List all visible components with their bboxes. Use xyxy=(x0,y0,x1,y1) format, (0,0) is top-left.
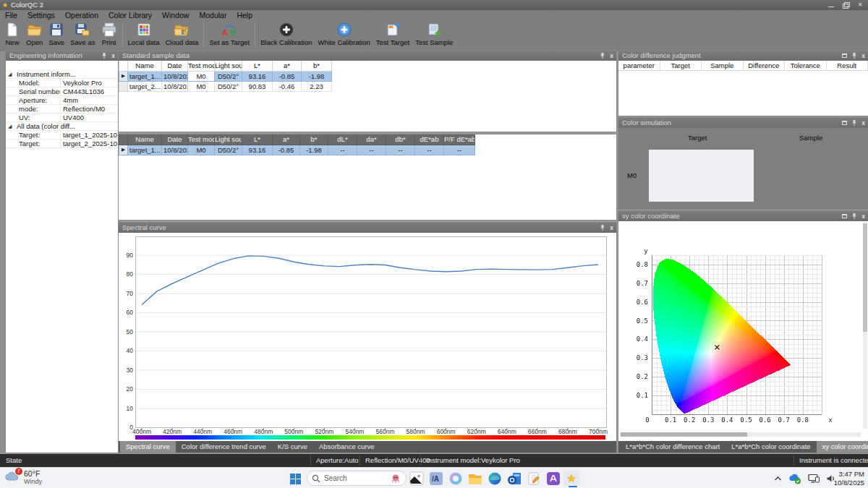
cell[interactable]: -0.46 xyxy=(273,81,302,91)
pin-icon[interactable] xyxy=(851,53,857,59)
white-calibration-button[interactable]: White Calibration xyxy=(315,21,373,50)
tree-row[interactable]: mode:Reflection/M0 xyxy=(6,105,118,114)
column-header[interactable]: Light sour... xyxy=(215,134,242,145)
panel-titlebar[interactable]: Standard sample data x xyxy=(119,51,616,61)
column-header[interactable]: dL* xyxy=(328,134,357,145)
pin-icon[interactable] xyxy=(851,120,857,127)
column-header[interactable]: Date xyxy=(162,61,188,71)
column-header[interactable]: Test mode xyxy=(188,134,215,145)
cell[interactable]: D50/2° xyxy=(215,71,242,81)
maximize-icon[interactable] xyxy=(842,214,847,218)
pin-icon[interactable] xyxy=(851,213,857,220)
tab-color-difference-trend-curve[interactable]: Color difference trend curve xyxy=(176,441,272,453)
file-explorer-icon[interactable] xyxy=(467,471,483,487)
cloud-data-button[interactable]: Cloud data xyxy=(162,21,201,50)
column-header[interactable]: Name xyxy=(128,61,162,71)
close-icon[interactable]: x xyxy=(610,52,613,59)
ai-app-icon[interactable]: /A xyxy=(428,471,444,487)
menu-item[interactable]: Color Library xyxy=(103,10,157,20)
judgment-column-header[interactable]: Target xyxy=(660,61,702,70)
panel-titlebar[interactable]: Engineering Information x xyxy=(6,51,118,61)
journal-icon[interactable] xyxy=(526,471,542,487)
expander-icon[interactable]: ◢ xyxy=(8,122,12,131)
column-header[interactable]: Light sour... xyxy=(215,61,242,71)
restore-icon[interactable] xyxy=(842,1,849,9)
menu-item[interactable]: Operation xyxy=(60,10,103,20)
column-header[interactable]: b* xyxy=(302,61,332,71)
panel-titlebar[interactable]: Spectral curve x xyxy=(119,223,616,233)
tree-group-header[interactable]: ◢Instrument inform... xyxy=(6,70,118,79)
search-input[interactable]: Search xyxy=(307,471,407,486)
pin-icon[interactable] xyxy=(600,225,605,231)
panel-titlebar[interactable]: xy color coordinate x xyxy=(618,211,868,221)
close-icon[interactable]: ✕ xyxy=(856,1,864,9)
tree-row[interactable]: Target:target_2_2025-10-08 xyxy=(6,140,118,148)
panel-titlebar[interactable]: Color difference judgment x xyxy=(618,51,868,61)
cell[interactable]: D50/2° xyxy=(215,81,242,91)
judgment-column-header[interactable]: Result xyxy=(827,61,868,70)
close-icon[interactable]: x xyxy=(861,119,865,127)
cell[interactable]: -- xyxy=(357,145,386,155)
pin-icon[interactable] xyxy=(101,53,107,59)
cell[interactable]: -- xyxy=(444,145,475,155)
cell[interactable]: target_2... xyxy=(128,81,162,91)
judgment-column-header[interactable]: Sample xyxy=(702,61,744,70)
colorqc-taskbar-icon[interactable]: ★ xyxy=(563,471,579,487)
save-as-button[interactable]: Save as xyxy=(67,21,98,50)
cell[interactable]: -- xyxy=(386,145,415,155)
vertical-scrollbar[interactable] xyxy=(863,222,867,429)
judgment-column-header[interactable]: Tolerance xyxy=(785,61,827,70)
close-icon[interactable]: x xyxy=(111,52,115,59)
column-header[interactable]: P/F dE*ab xyxy=(444,134,475,145)
test-target-button[interactable]: Test Target xyxy=(373,21,412,50)
cell[interactable]: 2.23 xyxy=(302,81,332,91)
tree-row[interactable]: Model:Veykolor Pro xyxy=(6,79,118,87)
tree-group-header[interactable]: ◢All data (color diff... xyxy=(6,122,118,131)
close-icon[interactable]: x xyxy=(610,224,613,231)
dev-app-icon[interactable] xyxy=(545,471,561,487)
menu-item[interactable]: Modular xyxy=(194,10,231,20)
column-header[interactable]: b* xyxy=(300,134,328,145)
tree-row[interactable]: Serial number:CM443L1036 xyxy=(6,87,118,96)
column-header[interactable]: L* xyxy=(242,134,273,145)
tab-l-a-b-ch-color-difference-chart[interactable]: L*a*b*Ch color difference chart xyxy=(620,441,726,453)
cell[interactable]: -- xyxy=(415,145,444,155)
network-icon[interactable] xyxy=(808,474,820,484)
cell[interactable]: 93.16 xyxy=(242,71,273,81)
tree-row[interactable]: Aperture:4mm xyxy=(6,96,118,105)
column-header[interactable]: Test mode xyxy=(188,61,215,71)
cell[interactable]: -0.85 xyxy=(273,145,300,155)
column-header[interactable]: a* xyxy=(273,134,300,145)
tree-row[interactable]: UV:UV400 xyxy=(6,114,118,122)
save-button[interactable]: Save xyxy=(46,21,67,50)
photos-icon[interactable] xyxy=(409,471,425,487)
cell[interactable]: D50/2° xyxy=(215,145,242,155)
black-calibration-button[interactable]: Black Calibration xyxy=(258,21,315,50)
column-header[interactable]: Date xyxy=(162,134,188,145)
column-header[interactable]: dE*ab xyxy=(415,134,444,145)
minimize-icon[interactable] xyxy=(827,1,835,9)
onedrive-icon[interactable] xyxy=(788,473,801,484)
local-data-button[interactable]: Local data xyxy=(125,21,163,50)
cell[interactable]: target_1... xyxy=(128,145,162,155)
cell[interactable]: 93.16 xyxy=(242,145,273,155)
tab-xy-color-coordinate[interactable]: xy color coordinate xyxy=(817,441,868,453)
cell[interactable]: 10/8/202... xyxy=(162,145,188,155)
set-as-target-button[interactable]: AB Set as Target xyxy=(206,21,252,50)
outlook-icon[interactable] xyxy=(506,471,522,487)
menu-item[interactable]: Settings xyxy=(22,10,60,20)
judgment-column-header[interactable]: parameter xyxy=(618,61,660,70)
cell[interactable]: M0 xyxy=(188,81,215,91)
column-header[interactable]: Name xyxy=(128,134,162,145)
print-button[interactable]: Print xyxy=(98,21,120,50)
copilot-icon[interactable] xyxy=(448,471,464,487)
test-sample-button[interactable]: Test Sample xyxy=(412,21,456,50)
cell[interactable]: target_1... xyxy=(128,71,162,81)
maximize-icon[interactable] xyxy=(842,53,847,58)
column-header[interactable]: db* xyxy=(386,134,415,145)
weather-widget[interactable]: 7 60°FWindy xyxy=(4,470,42,486)
column-header[interactable]: a* xyxy=(273,61,302,71)
pin-icon[interactable] xyxy=(600,53,605,59)
column-header[interactable]: L* xyxy=(242,61,273,71)
close-icon[interactable]: x xyxy=(861,213,865,220)
